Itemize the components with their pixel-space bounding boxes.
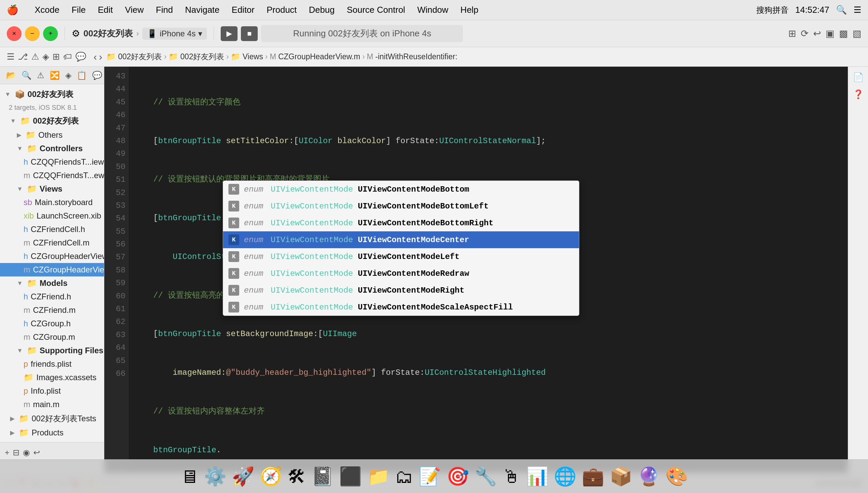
dock-app4[interactable]: 📊 [526, 466, 548, 487]
menu-debug[interactable]: Debug [303, 3, 341, 17]
sidebar-icon-log[interactable]: 📋 [74, 69, 90, 82]
sidebar-item-czfriend-m[interactable]: m CZFriend.m [0, 303, 104, 317]
dock-filezilla[interactable]: 🗂 [395, 466, 413, 487]
dock-launchpad[interactable]: 🚀 [232, 466, 254, 487]
sidebar-item-friends-plist[interactable]: p friends.plist [0, 357, 104, 371]
sidebar-item-czfriend-cell-m[interactable]: m CZFriendCell.m [0, 236, 104, 250]
dock-finder[interactable]: 🖥 [180, 466, 199, 487]
sidebar-icon-search[interactable]: 🔍 [19, 69, 34, 82]
sidebar-icon-warning[interactable]: ⚠ [34, 69, 47, 82]
sidebar-item-czgroupheader-m[interactable]: m CZGroupHeaderView.m [0, 263, 104, 277]
sidebar-item-mainstoryboard[interactable]: sb Main.storyboard [0, 196, 104, 209]
stop-button[interactable]: ■ [241, 26, 258, 41]
layout-right[interactable]: ▧ [852, 28, 861, 39]
autocomplete-popup[interactable]: K enum UIViewContentMode UIViewContentMo… [223, 180, 579, 316]
sidebar-item-maingroup[interactable]: ▼ 📁 002好友列表 [0, 113, 104, 128]
breadcrumb-item-file[interactable]: M CZGroupHeaderView.m [270, 52, 360, 61]
sidebar-item-root[interactable]: ▼ 📦 002好友列表 [0, 87, 104, 102]
search-icon[interactable]: 🔍 [836, 5, 847, 15]
sidebar-item-views[interactable]: ▼ 📁 Views [0, 182, 104, 196]
sidebar-icon-chat[interactable]: 💬 [90, 69, 104, 82]
ac-item-7[interactable]: K enum UIViewContentMode UIViewContentMo… [223, 299, 579, 316]
scheme-project-name[interactable]: 002好友列表 [84, 28, 133, 39]
sidebar-item-others[interactable]: ▶ 📁 Others [0, 128, 104, 142]
sidebar-icon-breakpoint[interactable]: ◈ [63, 69, 74, 82]
menu-view[interactable]: View [119, 3, 150, 17]
dock-app9[interactable]: 🎨 [665, 466, 688, 487]
menu-xcode[interactable]: Xcode [29, 3, 66, 17]
sidebar-icon-folder[interactable]: 📂 [3, 69, 19, 82]
breadcrumb-item-group[interactable]: 📁 002好友列表 [168, 51, 224, 62]
menu-editor[interactable]: Editor [226, 3, 261, 17]
warning-icon[interactable]: ⚠ [31, 51, 39, 62]
dock-app7[interactable]: 📦 [610, 466, 632, 487]
device-selector[interactable]: 📱 iPhone 4s ▾ [142, 28, 207, 40]
menu-window[interactable]: Window [411, 3, 454, 17]
sidebar-item-images-xcassets[interactable]: 📁 Images.xcassets [0, 371, 104, 384]
ac-item-4[interactable]: K enum UIViewContentMode UIViewContentMo… [223, 248, 579, 265]
add-file-button[interactable]: + [5, 448, 9, 457]
dock-app2[interactable]: 🔧 [474, 466, 497, 487]
close-button[interactable]: × [7, 26, 22, 41]
run-button[interactable]: ▶ [221, 26, 237, 41]
apple-menu-icon[interactable]: 🍎 [7, 4, 19, 16]
menu-edit[interactable]: Edit [92, 3, 119, 17]
filter-button[interactable]: ⊟ [13, 448, 20, 457]
ac-item-2[interactable]: K enum UIViewContentMode UIViewContentMo… [223, 215, 579, 231]
panel-toggle-3[interactable]: ↩ [813, 28, 821, 39]
dock-ms-onenote[interactable]: 📓 [311, 466, 334, 487]
sidebar-item-czfriend-h[interactable]: h CZFriend.h [0, 290, 104, 303]
sidebar-item-info-plist[interactable]: p Info.plist [0, 384, 104, 398]
sidebar-item-main-m[interactable]: m main.m [0, 398, 104, 411]
menu-navigate[interactable]: Navigate [179, 3, 226, 17]
menu-extras-icon[interactable]: ☰ [853, 5, 861, 15]
sidebar-item-products[interactable]: ▶ 📁 Products [0, 426, 104, 440]
sidebar-item-launchscreen[interactable]: xib LaunchScreen.xib [0, 209, 104, 222]
sidebar-item-controllers[interactable]: ▼ 📁 Controllers [0, 142, 104, 155]
panel-toggle-2[interactable]: ⟳ [801, 28, 808, 39]
sidebar-item-czgroup-h[interactable]: h CZGroup.h [0, 317, 104, 330]
menu-source-control[interactable]: Source Control [341, 3, 411, 17]
sidebar-item-supporting[interactable]: ▼ 📁 Supporting Files [0, 344, 104, 357]
breadcrumb-item-project[interactable]: 📁 002好友列表 [106, 51, 162, 62]
sidebar-item-czgroup-m[interactable]: m CZGroup.m [0, 330, 104, 344]
sidebar-item-czqq-vc-m[interactable]: m CZQQFriendsT...ewController.m [0, 169, 104, 182]
ac-item-3[interactable]: K enum UIViewContentMode UIViewContentMo… [223, 231, 579, 248]
maximize-button[interactable]: + [43, 26, 58, 41]
ac-item-6[interactable]: K enum UIViewContentMode UIViewContentMo… [223, 282, 579, 299]
dock-app5[interactable]: 🌐 [554, 466, 576, 487]
code-text-area[interactable]: // 设置按钮的文字颜色 [btnGroupTitle setTitleColo… [129, 67, 848, 473]
git-branch-icon[interactable]: ⎇ [18, 51, 28, 62]
inspector-file-icon[interactable]: 📄 [853, 72, 864, 83]
dock-finder2[interactable]: 📁 [367, 466, 390, 487]
code-editor[interactable]: 43 44 45 46 47 48 49 50 51 52 53 54 55 5… [104, 67, 848, 473]
panel-toggle-1[interactable]: ⊞ [788, 28, 796, 39]
sidebar-item-models[interactable]: ▼ 📁 Models [0, 277, 104, 290]
menu-find[interactable]: Find [150, 3, 179, 17]
sidebar-item-czfriend-cell-h[interactable]: h CZFriendCell.h [0, 222, 104, 236]
dock-terminal[interactable]: ⬛ [339, 466, 362, 487]
history-button[interactable]: ↩ [33, 448, 40, 457]
menu-product[interactable]: Product [260, 3, 303, 17]
nav-back-button[interactable]: ‹ [93, 51, 97, 63]
ac-item-5[interactable]: K enum UIViewContentMode UIViewContentMo… [223, 265, 579, 282]
layout-center[interactable]: ▩ [839, 28, 848, 39]
dock-sysprefs[interactable]: ⚙️ [204, 466, 226, 487]
dock-xcode[interactable]: 🛠 [288, 466, 306, 487]
dock-app6[interactable]: 💼 [582, 466, 604, 487]
sidebar-icon-git[interactable]: 🔀 [47, 69, 63, 82]
sidebar-item-czgroupheader-h[interactable]: h CZGroupHeaderView.h [0, 250, 104, 263]
dock-app8[interactable]: 🔮 [638, 466, 660, 487]
minimize-button[interactable]: − [25, 26, 40, 41]
nav-forward-button[interactable]: › [99, 51, 102, 63]
nav-label-icon[interactable]: 🏷 [63, 51, 72, 62]
breakpoint-icon[interactable]: ◈ [42, 51, 49, 62]
dock-sublime[interactable]: 📝 [418, 466, 441, 487]
menu-help[interactable]: Help [455, 3, 484, 17]
breadcrumb-item-method[interactable]: M -initWithReuseIdentifier: [367, 52, 457, 61]
breadcrumb-item-views[interactable]: 📁 Views [231, 52, 263, 61]
localize-button[interactable]: ◉ [23, 448, 30, 457]
ac-item-1[interactable]: K enum UIViewContentMode UIViewContentMo… [223, 198, 579, 215]
dock-app1[interactable]: 🎯 [447, 466, 469, 487]
nav-chat-icon[interactable]: 💬 [75, 51, 86, 62]
